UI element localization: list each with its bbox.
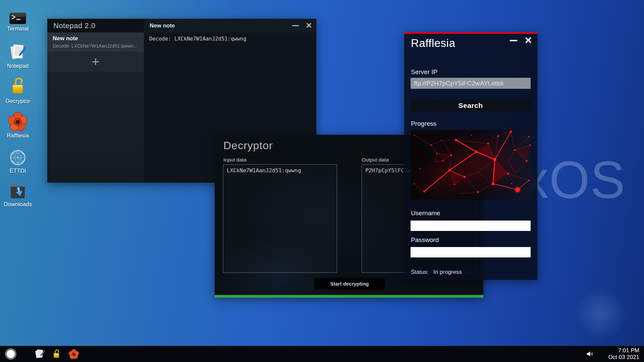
notepad-minimize-button[interactable] (291, 21, 300, 31)
input-data-label: Input data (223, 157, 247, 163)
desktop-icon-decryptor[interactable]: Decryptor (3, 74, 33, 105)
desktop-icon-terminal[interactable]: Terminal (3, 10, 33, 32)
taskbar-padlock-icon[interactable] (53, 349, 60, 359)
clock: 7:01 PM Oct 03 2021 (608, 347, 639, 361)
input-data-textarea[interactable]: LXCkNe7W1AanJ2d51:qwwng (223, 164, 337, 273)
rafflesia-accent-bar (404, 32, 537, 34)
rafflesia-close-button[interactable]: ✕ (523, 36, 533, 46)
decryptor-window-title: Decryptor (223, 139, 273, 152)
notepad-sidebar: New note Decode: LXCkNe7W1AanJ2d51:qwwn.… (47, 33, 144, 183)
taskbar-flower-icon[interactable] (69, 349, 79, 359)
os-watermark: xOS (523, 150, 626, 210)
desktop-icon-label: ETTDI (9, 168, 26, 174)
password-field[interactable] (411, 247, 531, 257)
start-decrypting-button[interactable]: Start decrypting (314, 278, 385, 290)
password-label: Password (411, 236, 439, 244)
terminal-icon (9, 13, 26, 24)
taskbar: 7:01 PM Oct 03 2021 (0, 346, 644, 362)
globe-icon (9, 149, 26, 166)
desktop-icon-label: Terminal (7, 25, 29, 32)
desktop-icon-label: Notepad (7, 63, 29, 69)
desktop: xOS Terminal Notepad Decryptor Rafflesia… (0, 0, 644, 362)
rafflesia-window-title: Rafflesia (411, 37, 455, 50)
active-note-title: New note (150, 22, 175, 29)
status-value: In progress (433, 269, 462, 275)
taskbar-notepad-icon[interactable] (35, 349, 45, 359)
search-button[interactable]: Search (411, 100, 531, 112)
speaker-icon[interactable] (587, 351, 594, 357)
desktop-icon-label: Downloads (4, 201, 32, 208)
add-note-button[interactable]: + (47, 52, 144, 72)
flower-icon (8, 112, 28, 131)
close-icon: ✕ (306, 22, 312, 29)
rafflesia-window: Rafflesia ✕ Server IP Search Progress (404, 32, 537, 280)
clock-date: Oct 03 2021 (608, 354, 639, 361)
minimize-icon (292, 25, 299, 26)
note-item-title: New note (53, 35, 139, 42)
username-label: Username (411, 209, 440, 217)
desktop-icon-rafflesia[interactable]: Rafflesia (3, 110, 33, 139)
desktop-icon-downloads[interactable]: Downloads (3, 179, 33, 208)
notepad-close-button[interactable]: ✕ (304, 21, 314, 31)
server-ip-field[interactable] (411, 78, 531, 89)
notepad-note-header: New note (144, 19, 316, 33)
close-icon: ✕ (524, 36, 532, 45)
notepad-icon (10, 43, 26, 61)
desktop-icon-notepad[interactable]: Notepad (3, 41, 33, 69)
progress-label: Progress (411, 120, 436, 127)
download-folder-icon (9, 180, 26, 200)
desktop-icon-ettdi[interactable]: ETTDI (3, 145, 33, 174)
plus-icon: + (92, 54, 99, 69)
status-line: Status:In progress (411, 269, 462, 276)
server-ip-label: Server IP (411, 68, 437, 76)
progress-plexus-image (411, 130, 531, 199)
note-item-preview: Decode: LXCkNe7W1AanJ2d51:qwwn... (53, 43, 139, 49)
notepad-window-title: Notepad 2.0 (53, 21, 95, 30)
desktop-icon-label: Rafflesia (7, 132, 29, 139)
padlock-icon (11, 76, 24, 97)
decrypt-progress-bar (215, 295, 483, 298)
note-list-item[interactable]: New note Decode: LXCkNe7W1AanJ2d51:qwwn.… (47, 33, 144, 52)
rafflesia-minimize-button[interactable] (508, 36, 519, 46)
clock-time: 7:01 PM (608, 347, 639, 354)
desktop-icon-label: Decryptor (5, 98, 30, 105)
minimize-icon (510, 40, 517, 41)
username-field[interactable] (411, 221, 531, 231)
status-label: Status: (411, 269, 429, 275)
output-data-label: Output data (362, 157, 389, 163)
start-button[interactable] (5, 348, 16, 360)
